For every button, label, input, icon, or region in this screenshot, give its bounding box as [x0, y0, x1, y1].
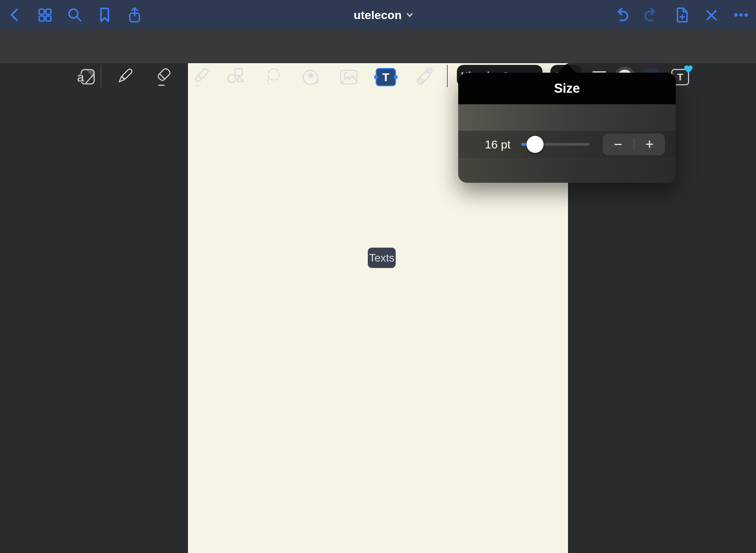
- shapes-icon: [225, 66, 247, 88]
- eraser-icon: [151, 66, 173, 88]
- top-navigation-bar: utelecon: [0, 0, 756, 30]
- popover-arrow: [557, 64, 577, 73]
- redo-icon: [642, 5, 661, 24]
- shapes-tool-button[interactable]: [225, 66, 247, 88]
- text-style-glyph: T: [677, 72, 683, 82]
- more-ellipsis-icon: [732, 5, 751, 24]
- lasso-tool-button[interactable]: [263, 66, 285, 88]
- reading-mode-button[interactable]: a: [76, 66, 98, 88]
- pen-icon: [114, 66, 135, 88]
- toolbar-divider: [101, 65, 101, 87]
- popover-title: Size: [554, 81, 580, 96]
- pen-tool-button[interactable]: [114, 66, 135, 88]
- page-grid-icon: [35, 5, 54, 24]
- back-button[interactable]: [5, 5, 24, 24]
- canvas-text-label: Texts: [369, 252, 395, 264]
- page-thumbnails-button[interactable]: [35, 5, 54, 24]
- highlighter-icon: [189, 66, 211, 88]
- lasso-icon: [263, 66, 285, 88]
- decrease-size-button[interactable]: −: [603, 133, 634, 155]
- toolbar-divider: [447, 65, 448, 87]
- undo-button[interactable]: [612, 5, 631, 24]
- eraser-tool-button[interactable]: [151, 66, 173, 88]
- size-slider[interactable]: [521, 143, 589, 146]
- tools-toolbar: a: [0, 30, 756, 63]
- canvas-text-object[interactable]: Texts: [368, 248, 396, 268]
- add-page-icon: [672, 5, 691, 24]
- more-options-button[interactable]: [732, 5, 751, 24]
- back-chevron-icon: [5, 5, 24, 24]
- size-slider-thumb[interactable]: [527, 136, 544, 153]
- text-tool-button[interactable]: T: [376, 68, 396, 86]
- share-button[interactable]: [125, 5, 144, 24]
- size-value-label: 16 pt: [477, 138, 518, 151]
- popover-footer-band: [458, 158, 676, 183]
- text-selection-handle-right: [394, 75, 398, 79]
- popover-header: Size: [458, 73, 676, 104]
- svg-text:a: a: [77, 70, 84, 84]
- image-tool-button[interactable]: [338, 66, 360, 88]
- share-icon: [125, 5, 144, 24]
- add-page-button[interactable]: [672, 5, 691, 24]
- stickers-tool-button[interactable]: [300, 66, 322, 88]
- document-title-button[interactable]: utelecon: [354, 0, 413, 30]
- undo-icon: [612, 5, 631, 24]
- reading-mode-icon: a: [76, 66, 98, 88]
- app-root: { "topbar": { "title": "utelecon", "left…: [0, 0, 756, 553]
- laser-pointer-icon: [413, 66, 434, 88]
- increase-size-button[interactable]: +: [634, 133, 665, 155]
- pencil-close-button[interactable]: [702, 5, 721, 24]
- size-popover: Size 16 pt − +: [458, 73, 676, 183]
- size-stepper: − +: [603, 133, 665, 155]
- image-icon: [338, 66, 360, 88]
- document-title: utelecon: [354, 8, 401, 22]
- bookmark-button[interactable]: [95, 5, 114, 24]
- text-tool-glyph: T: [382, 71, 390, 83]
- search-button[interactable]: [65, 5, 84, 24]
- redo-button[interactable]: [642, 5, 661, 24]
- heart-icon: [683, 65, 693, 74]
- laser-pointer-button[interactable]: [413, 66, 434, 88]
- bookmark-icon: [95, 5, 114, 24]
- sticker-star-icon: [300, 66, 322, 88]
- popover-blur-band: [458, 104, 676, 131]
- pencil-x-icon: [702, 5, 721, 24]
- text-selection-handle-left: [374, 75, 378, 79]
- highlighter-tool-button[interactable]: [189, 66, 211, 88]
- search-icon: [65, 5, 84, 24]
- chevron-down-icon: [407, 13, 413, 17]
